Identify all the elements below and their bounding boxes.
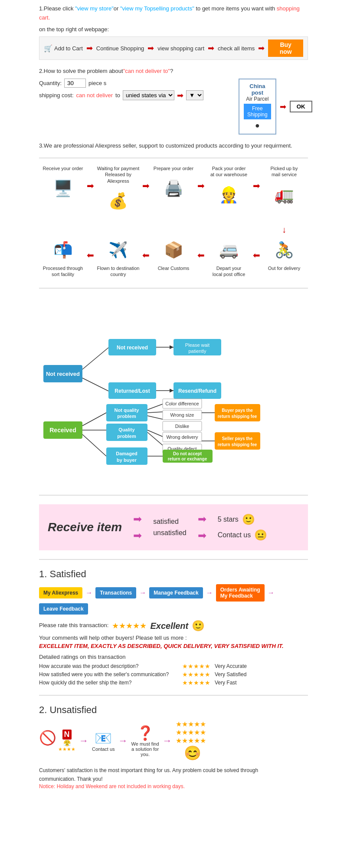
five-stars-row: 5 stars 🙂 xyxy=(218,513,267,526)
process-icon-pickup: 🚛 xyxy=(269,180,299,210)
process-label-depart: Depart your local post office xyxy=(213,265,246,278)
unsatisfied-section: 2. Unsatisfied 🚫 N 😤 ★★★★ → 📧 Contact us… xyxy=(39,704,308,789)
divider4 xyxy=(39,559,308,560)
process-arrow2: ➡ xyxy=(142,181,150,191)
svg-rect-49 xyxy=(215,432,260,450)
svg-text:Resend/Refund: Resend/Refund xyxy=(178,388,216,394)
arrow4: ➡ xyxy=(258,43,265,53)
process-icon-customs: 📦 xyxy=(158,235,189,265)
view-store-link[interactable]: "view my store" xyxy=(75,5,114,12)
receive-arrows2: ➡ ➡ xyxy=(195,513,209,542)
comments-text: Your comments will help other buyers! Pl… xyxy=(39,635,308,641)
process-label-payment: Waiting for payment Released by Aliexpre… xyxy=(95,165,142,184)
process-step-pack: Pack your order at our warehouse 👷 xyxy=(205,165,253,210)
divider3 xyxy=(39,495,308,496)
arrow2: ➡ xyxy=(147,43,154,53)
happy-face-icon: 🙂 xyxy=(242,513,255,526)
process-arrow8: ⬅ xyxy=(87,250,94,260)
excellent-text: Excellent xyxy=(150,621,188,631)
no-sign-icon: 🚫 xyxy=(39,730,56,752)
rating-label-1: How satisfied were you with the seller's… xyxy=(39,671,178,677)
checkout-flow-bar: 🛒 Add to Cart ➡ Continue Shopping ➡ view… xyxy=(39,36,308,60)
rate-text: Please rate this transaction: xyxy=(39,622,108,628)
ratings-table: Detailed ratings on this transaction How… xyxy=(39,654,308,686)
continue-shopping-label: Continue Shopping xyxy=(96,45,144,52)
shipping-arrow: ➡ xyxy=(177,91,183,100)
svg-text:Not quality: Not quality xyxy=(115,408,140,413)
unsatisfied-title: 2. Unsatisfied xyxy=(39,704,308,716)
svg-text:return shipping fee: return shipping fee xyxy=(218,442,257,447)
process-label-receive: Receive your order xyxy=(43,165,83,171)
add-to-cart-step: 🛒 Add to Cart xyxy=(44,44,83,53)
question-icon: ❓ xyxy=(137,725,154,741)
receive-arrow2: ➡ xyxy=(133,529,142,542)
process-step-flown: ✈️ Flown to destination country xyxy=(95,235,142,279)
process-arrow5: ⬅ xyxy=(253,250,260,260)
svg-text:Damaged: Damaged xyxy=(116,451,137,456)
fb-arrow3: → xyxy=(206,589,213,597)
svg-text:Please wait: Please wait xyxy=(185,342,210,348)
process-step-receive: Receive your order 🖥️ xyxy=(39,165,87,204)
svg-text:Buyer pays the: Buyer pays the xyxy=(222,408,253,413)
svg-text:return shipping fee: return shipping fee xyxy=(218,414,257,419)
ok-button[interactable]: OK xyxy=(290,101,312,112)
process-label-outdelivery: Out for delivery xyxy=(268,265,301,271)
process-label-customs: Clear Customs xyxy=(158,265,190,271)
result-stars-top: ★★★★★ xyxy=(176,720,206,728)
process-arrow6: ⬅ xyxy=(197,250,205,260)
my-aliexpress-step: My Aliexpress xyxy=(39,587,82,598)
arrow1: ➡ xyxy=(86,43,93,53)
svg-text:Do not accept: Do not accept xyxy=(173,451,202,456)
svg-line-19 xyxy=(82,434,106,456)
pieces-label: piece s xyxy=(88,80,106,86)
receive-arrow4: ➡ xyxy=(198,529,206,542)
air-parcel-label: Air Parcel xyxy=(244,96,271,102)
feedback-flow: My Aliexpress → Transactions → Manage Fe… xyxy=(39,584,308,615)
rating-label-0: How accurate was the product description… xyxy=(39,663,178,669)
step2-section: 2.How to solve the problem about"can not… xyxy=(39,67,308,135)
quantity-row: Quantity: piece s xyxy=(39,79,234,88)
result-stars-bot: ★★★★★ xyxy=(176,736,206,745)
step1-text2: or xyxy=(114,5,120,12)
svg-line-17 xyxy=(82,413,106,426)
quantity-input[interactable] xyxy=(64,79,86,88)
shipping-method-select[interactable]: ▼ xyxy=(186,90,203,100)
step1-text1: 1.Please click xyxy=(39,5,75,12)
cant-deliver2: can not deliver xyxy=(76,92,113,99)
view-topselling-link[interactable]: "view my Topselling products" xyxy=(120,5,194,12)
svg-text:Wrong delivery: Wrong delivery xyxy=(166,434,198,440)
rating-row-2: How satisfied were you with the seller's… xyxy=(39,671,308,678)
five-stars-label: 5 stars xyxy=(218,516,239,523)
stop-col: N 😤 ★★★★ xyxy=(58,730,75,752)
step2-title: 2.How to solve the problem about xyxy=(39,68,123,74)
satisfied-label: satisfied xyxy=(153,518,187,526)
rating-stars-1: ★★★★★ xyxy=(182,671,210,678)
rating-quality-2: Very Fast xyxy=(215,680,237,686)
svg-text:Not received: Not received xyxy=(46,371,80,377)
divider5 xyxy=(39,695,308,696)
process-icon-sort: 📬 xyxy=(48,235,78,265)
process-icon-payment: 💰 xyxy=(103,186,134,216)
unsat-arrow3: → xyxy=(163,735,172,746)
svg-text:problem: problem xyxy=(117,414,136,419)
process-icon-receive: 🖥️ xyxy=(48,173,78,204)
view-cart-label: view shopping cart xyxy=(157,45,204,52)
buy-now-button[interactable]: Buy now xyxy=(268,39,303,57)
cant-deliver-text: "can not deliver to" xyxy=(123,68,170,74)
svg-text:Quality: Quality xyxy=(118,427,135,432)
rating-row-3: How quickly did the seller ship the item… xyxy=(39,679,308,686)
process-down-arrow: ↓ xyxy=(39,225,308,235)
step2-left: Quantity: piece s shipping cost: can not… xyxy=(39,79,234,100)
contact-us-unsat-label: Contact us xyxy=(92,746,115,752)
svg-line-31 xyxy=(147,416,163,419)
fb-arrow4: → xyxy=(268,589,275,597)
process-icon-prepare: 🖨️ xyxy=(158,173,189,204)
process-arrow4: ➡ xyxy=(253,181,260,191)
qty-label: Quantity: xyxy=(39,80,62,86)
shipping-country-select[interactable]: unied states via xyxy=(123,90,174,100)
step1-section: 1.Please click "view my store"or "view m… xyxy=(39,4,308,60)
step1-text4: on the top right of webpage: xyxy=(39,25,308,34)
fb-arrow2: → xyxy=(139,589,146,597)
svg-text:return or exchange: return or exchange xyxy=(168,457,207,461)
excellent-emoji: 🙂 xyxy=(192,620,205,632)
